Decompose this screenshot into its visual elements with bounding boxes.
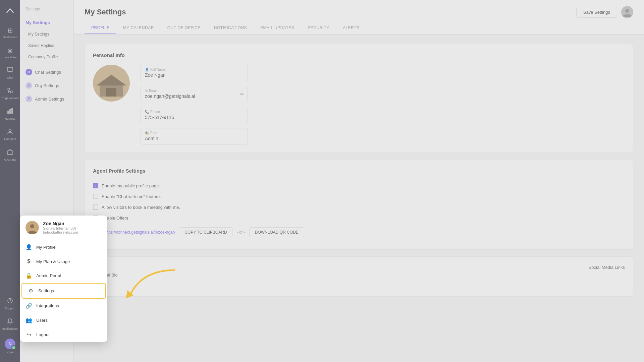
plan-usage-icon: $ [25, 258, 32, 264]
popup-settings[interactable]: ⚙ Settings [21, 283, 106, 299]
popup-header: Zoe Ngan Signals Internal (33) - beta.ch… [20, 216, 107, 240]
popup-user-avatar [25, 221, 39, 234]
my-profile-icon: 👤 [25, 244, 32, 250]
popup-users[interactable]: 👥 Users [20, 313, 107, 327]
admin-portal-icon: 🔒 [25, 273, 32, 279]
users-icon: 👥 [25, 317, 32, 323]
popup-integrations[interactable]: 🔗 Integrations [20, 299, 107, 313]
popup-user-name: Zoe Ngan [43, 221, 102, 226]
popup-admin-portal[interactable]: 🔒 Admin Portal [20, 268, 107, 283]
integrations-icon: 🔗 [25, 303, 32, 309]
popup-plan-usage[interactable]: $ My Plan & Usage [20, 254, 107, 268]
popup-my-profile[interactable]: 👤 My Profile [20, 240, 107, 254]
logout-icon: ↪ [25, 331, 32, 338]
popup-menu: Zoe Ngan Signals Internal (33) - beta.ch… [20, 216, 107, 342]
popup-logout[interactable]: ↪ Logout [20, 327, 107, 342]
popup-user-sub: Signals Internal (33) - beta.chatfunnels… [43, 226, 102, 234]
settings-icon: ⚙ [28, 288, 34, 294]
svg-point-21 [30, 224, 34, 228]
